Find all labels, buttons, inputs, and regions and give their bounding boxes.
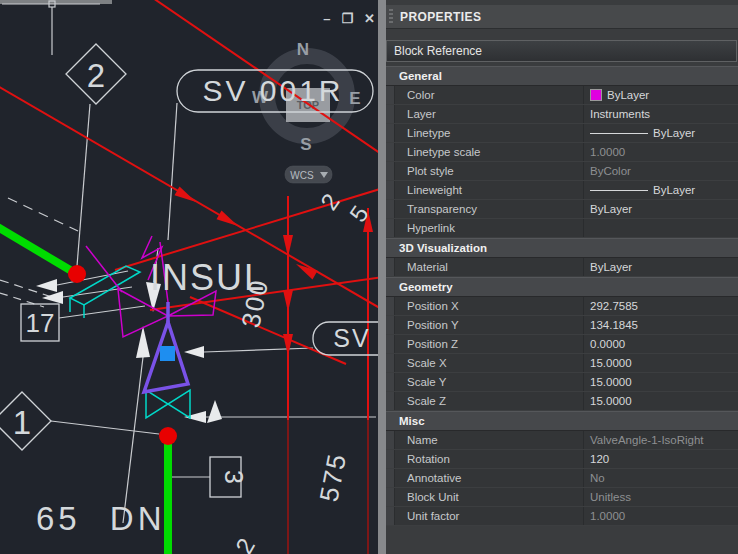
property-value[interactable]: 292.7585 [584,300,738,312]
property-value[interactable]: 15.0000 [584,395,738,407]
property-value[interactable]: ByLayer [584,89,738,101]
balloon-sv-label: SV [333,324,370,352]
viewcube-north-label[interactable]: N [297,40,309,59]
white-arrowheads [36,279,222,423]
property-value[interactable]: ValveAngle-1-IsoRight [584,434,738,446]
properties-palette: PROPERTIES Block Reference GeneralColorB… [386,0,738,554]
dim-2b-label: 2 [230,533,260,554]
property-row: LinetypeByLayer [386,124,738,143]
window-controls: – ❐ ✕ [303,6,375,30]
property-section-header[interactable]: 3D Visualization [386,238,738,258]
viewcube-east-label[interactable]: E [349,89,360,108]
property-row: Position Y134.1845 [386,316,738,335]
restore-button[interactable]: ❐ [341,12,353,25]
property-value-text: ByLayer [653,127,695,139]
application-window: TOP N W E S [0,0,738,554]
wcs-dropdown[interactable]: WCS [285,166,332,183]
palette-divider[interactable] [378,0,386,554]
property-row: Scale X15.0000 [386,354,738,373]
property-section-header[interactable]: Misc [386,411,738,431]
property-label: Scale Z [395,392,584,410]
property-value[interactable]: No [584,472,738,484]
color-swatch[interactable] [590,89,602,101]
property-value-text: ByColor [590,165,631,177]
property-value[interactable]: 134.1845 [584,319,738,331]
row-gutter [386,219,395,237]
linetype-glyph-icon [590,190,648,191]
property-row: Position Z0.0000 [386,335,738,354]
pipe-node-top[interactable] [68,265,86,283]
property-row: LineweightByLayer [386,181,738,200]
property-row: LayerInstruments [386,105,738,124]
row-gutter [386,450,395,468]
property-value[interactable]: 15.0000 [584,357,738,369]
row-gutter [386,258,395,276]
property-row: ColorByLayer [386,86,738,105]
row-gutter [386,143,395,161]
property-value[interactable]: ByColor [584,165,738,177]
row-gutter [386,469,395,487]
row-gutter [386,392,395,410]
close-button[interactable]: ✕ [364,12,375,25]
property-row: Rotation120 [386,450,738,469]
property-label: Linetype scale [395,143,584,161]
property-value-text: 15.0000 [590,395,632,407]
property-label: Position Y [395,316,584,334]
property-value-text: Instruments [590,108,650,120]
property-label: Position X [395,297,584,315]
property-value[interactable]: ByLayer [584,127,738,139]
property-value[interactable]: ByLayer [584,184,738,196]
property-row: Hyperlink [386,219,738,238]
property-value-text: No [590,472,605,484]
property-value[interactable]: 1.0000 [584,510,738,522]
row-gutter [386,124,395,142]
property-value[interactable]: ByLayer [584,261,738,273]
property-value[interactable]: 120 [584,453,738,465]
property-value-text: ByLayer [607,89,649,101]
pipe-node-bottom[interactable] [159,427,177,445]
property-value[interactable]: Instruments [584,108,738,120]
property-label: Scale Y [395,373,584,391]
property-row: AnnotativeNo [386,469,738,488]
property-section-header[interactable]: Geometry [386,277,738,297]
property-label: Hyperlink [395,219,584,237]
viewcube-south-label[interactable]: S [300,135,311,154]
property-value[interactable]: 1.0000 [584,146,738,158]
palette-grab-handle[interactable] [389,9,393,24]
properties-titlebar[interactable]: PROPERTIES [386,5,738,29]
grip-point[interactable] [160,346,175,361]
dim-575-label: 575 [313,450,352,504]
property-value[interactable]: 15.0000 [584,376,738,388]
property-row: Scale Y15.0000 [386,373,738,392]
row-gutter [386,105,395,123]
property-value-text: ValveAngle-1-IsoRight [590,434,704,446]
property-row: TransparencyByLayer [386,200,738,219]
properties-title: PROPERTIES [400,10,481,24]
minimize-button[interactable]: – [323,12,330,25]
drawing-viewport[interactable]: TOP N W E S [0,0,378,554]
box-3-label: 3 [220,470,248,484]
property-value[interactable]: ByLayer [584,203,738,215]
property-label: Plot style [395,162,584,180]
property-value-text: 0.0000 [590,338,625,350]
property-value-text: ByLayer [590,261,632,273]
property-row: Block UnitUnitless [386,488,738,507]
property-label: Lineweight [395,181,584,199]
row-gutter [386,373,395,391]
property-label: Unit factor [395,507,584,525]
object-type-dropdown[interactable]: Block Reference [386,40,737,62]
property-row: MaterialByLayer [386,258,738,277]
property-value[interactable]: 0.0000 [584,338,738,350]
property-section-header[interactable]: General [386,66,738,86]
property-value[interactable]: Unitless [584,491,738,503]
property-value-text: 292.7585 [590,300,638,312]
row-gutter [386,354,395,372]
row-gutter [386,431,395,449]
property-row: Plot styleByColor [386,162,738,181]
property-row: Position X292.7585 [386,297,738,316]
row-gutter [386,86,395,104]
property-value-text: Unitless [590,491,631,503]
property-label: Linetype [395,124,584,142]
property-label: Transparency [395,200,584,218]
row-gutter [386,162,395,180]
